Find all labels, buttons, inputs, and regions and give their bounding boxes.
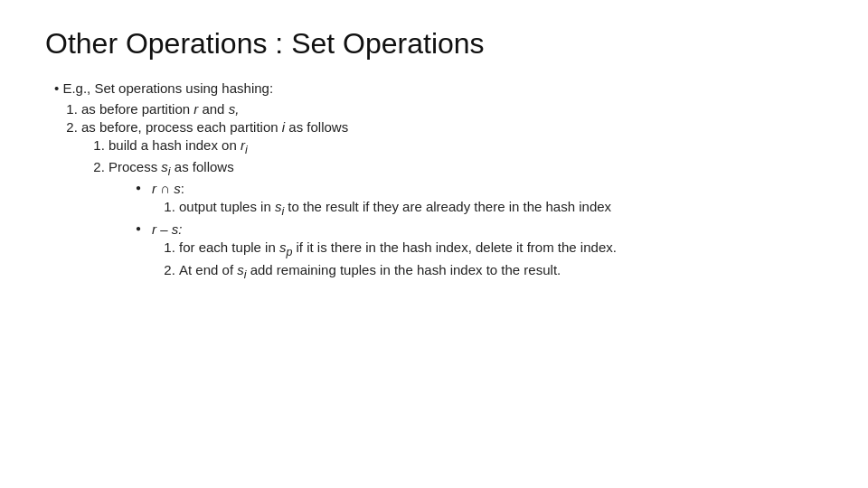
step2-sub2: Process si as follows r ∩ s: output tupl… (108, 159, 823, 281)
main-bullet-list: E.g., Set operations using hashing: (54, 80, 823, 96)
step2-text: as before, process each partition i as f… (81, 119, 348, 135)
bullet-difference: r – s: for each tuple in sp if it is the… (136, 221, 823, 281)
slide-content: E.g., Set operations using hashing: as b… (45, 80, 823, 281)
step-1: as before partition r and s, (81, 101, 823, 117)
intersection-label: r ∩ s: (152, 181, 184, 196)
difference-step2-text: At end of si add remaining tuples in the… (179, 262, 561, 277)
step2-sub: build a hash index on ri Process si as f… (108, 137, 823, 281)
intersection-step1: output tuples in si to the result if the… (179, 199, 823, 218)
step2-sub2-text: Process si as follows (108, 159, 234, 174)
step2-sub1-text: build a hash index on ri (108, 137, 248, 153)
intersection-steps: output tuples in si to the result if the… (179, 199, 823, 218)
difference-steps: for each tuple in sp if it is there in t… (179, 239, 823, 281)
process-bullets: r ∩ s: output tuples in si to the result… (136, 181, 823, 281)
slide-title: Other Operations : Set Operations (45, 27, 823, 61)
bullet-intersection: r ∩ s: output tuples in si to the result… (136, 181, 823, 218)
difference-step2: At end of si add remaining tuples in the… (179, 262, 823, 281)
slide: Other Operations : Set Operations E.g., … (0, 0, 868, 488)
intro-bullet: E.g., Set operations using hashing: (54, 80, 823, 96)
intro-text: E.g., Set operations using hashing: (62, 80, 273, 96)
difference-step1: for each tuple in sp if it is there in t… (179, 239, 823, 258)
difference-step1-text: for each tuple in sp if it is there in t… (179, 239, 617, 255)
step1-text: as before partition r and s, (81, 101, 239, 117)
step2-sub1: build a hash index on ri (108, 137, 823, 156)
top-level-steps: as before partition r and s, as before, … (81, 101, 823, 281)
intersection-step1-text: output tuples in si to the result if the… (179, 199, 611, 214)
difference-label: r – s: (152, 221, 182, 237)
step-2: as before, process each partition i as f… (81, 119, 823, 281)
